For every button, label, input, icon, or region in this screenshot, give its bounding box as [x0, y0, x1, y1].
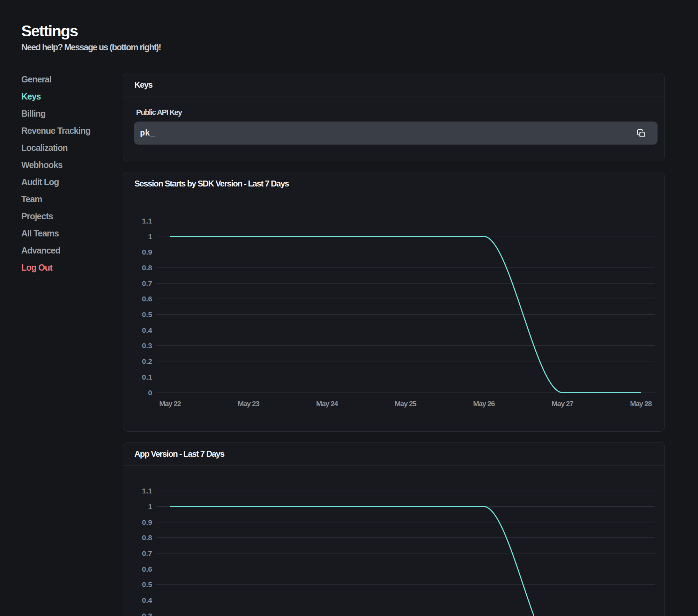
svg-text:0.9: 0.9 — [142, 248, 152, 256]
svg-text:0.1: 0.1 — [142, 373, 153, 381]
svg-text:0.7: 0.7 — [142, 549, 152, 557]
svg-text:0.3: 0.3 — [142, 612, 152, 616]
svg-text:May 27: May 27 — [551, 399, 573, 408]
svg-text:0.5: 0.5 — [142, 580, 153, 588]
svg-text:0.4: 0.4 — [142, 596, 153, 604]
svg-text:May 28: May 28 — [630, 399, 652, 408]
svg-text:0.8: 0.8 — [142, 534, 153, 542]
svg-text:0: 0 — [148, 389, 152, 397]
svg-text:0.6: 0.6 — [142, 295, 152, 303]
svg-text:May 24: May 24 — [316, 399, 338, 408]
svg-text:May 23: May 23 — [238, 399, 259, 408]
svg-text:1: 1 — [148, 233, 152, 241]
svg-text:May 25: May 25 — [395, 399, 417, 408]
svg-text:0.9: 0.9 — [142, 518, 152, 526]
svg-text:0.7: 0.7 — [142, 279, 152, 287]
svg-text:0.2: 0.2 — [142, 357, 152, 365]
svg-text:1.1: 1.1 — [142, 217, 153, 225]
svg-text:0.3: 0.3 — [142, 342, 152, 350]
svg-text:0.8: 0.8 — [142, 264, 153, 272]
svg-text:1: 1 — [148, 503, 152, 511]
svg-text:1.1: 1.1 — [142, 487, 153, 495]
svg-text:0.4: 0.4 — [142, 326, 153, 334]
svg-text:0.6: 0.6 — [142, 565, 152, 573]
svg-text:0.5: 0.5 — [142, 310, 153, 318]
svg-text:May 22: May 22 — [159, 399, 181, 408]
svg-text:May 26: May 26 — [473, 399, 495, 408]
